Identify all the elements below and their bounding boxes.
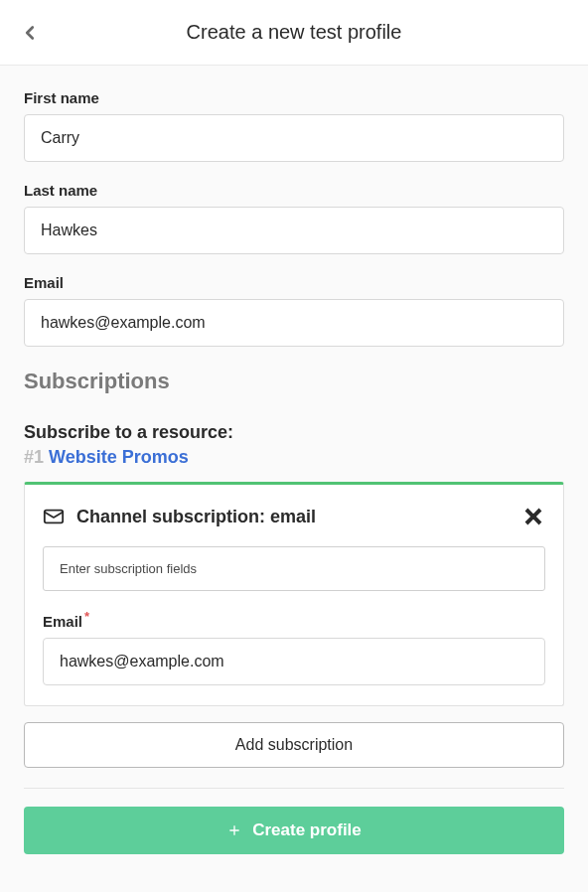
sub-email-label-text: Email bbox=[43, 613, 82, 630]
close-icon[interactable] bbox=[521, 505, 545, 528]
create-profile-label: Create profile bbox=[252, 820, 362, 840]
required-asterisk: * bbox=[84, 609, 89, 624]
divider bbox=[24, 788, 564, 789]
create-profile-button[interactable]: Create profile bbox=[24, 807, 564, 854]
first-name-label: First name bbox=[24, 89, 564, 106]
back-icon[interactable] bbox=[16, 19, 44, 47]
first-name-input[interactable] bbox=[24, 114, 564, 162]
resource-line: #1 Website Promos bbox=[24, 447, 564, 468]
subscribe-label: Subscribe to a resource: bbox=[24, 422, 564, 443]
card-header: Channel subscription: email bbox=[43, 505, 545, 528]
card-header-left: Channel subscription: email bbox=[43, 506, 316, 527]
resource-index: #1 bbox=[24, 447, 44, 467]
sub-email-input[interactable] bbox=[43, 638, 545, 685]
form-content: First name Last name Email Subscriptions… bbox=[0, 66, 588, 878]
page-header: Create a new test profile bbox=[0, 0, 588, 66]
add-subscription-button[interactable]: Add subscription bbox=[24, 722, 564, 768]
page-title: Create a new test profile bbox=[0, 21, 588, 44]
plus-icon bbox=[226, 822, 242, 838]
sub-email-group: Email* bbox=[43, 609, 545, 685]
email-input[interactable] bbox=[24, 299, 564, 347]
email-group: Email bbox=[24, 274, 564, 347]
last-name-label: Last name bbox=[24, 182, 564, 199]
resource-name-link[interactable]: Website Promos bbox=[49, 447, 189, 467]
first-name-group: First name bbox=[24, 89, 564, 162]
envelope-icon bbox=[43, 506, 65, 527]
last-name-group: Last name bbox=[24, 182, 564, 254]
sub-email-label: Email* bbox=[43, 609, 89, 630]
subscriptions-title: Subscriptions bbox=[24, 369, 564, 394]
subscription-card: Channel subscription: email Enter subscr… bbox=[24, 482, 564, 706]
last-name-input[interactable] bbox=[24, 207, 564, 254]
subscription-fields-placeholder[interactable]: Enter subscription fields bbox=[43, 546, 545, 591]
card-title: Channel subscription: email bbox=[76, 507, 316, 527]
email-label: Email bbox=[24, 274, 564, 291]
